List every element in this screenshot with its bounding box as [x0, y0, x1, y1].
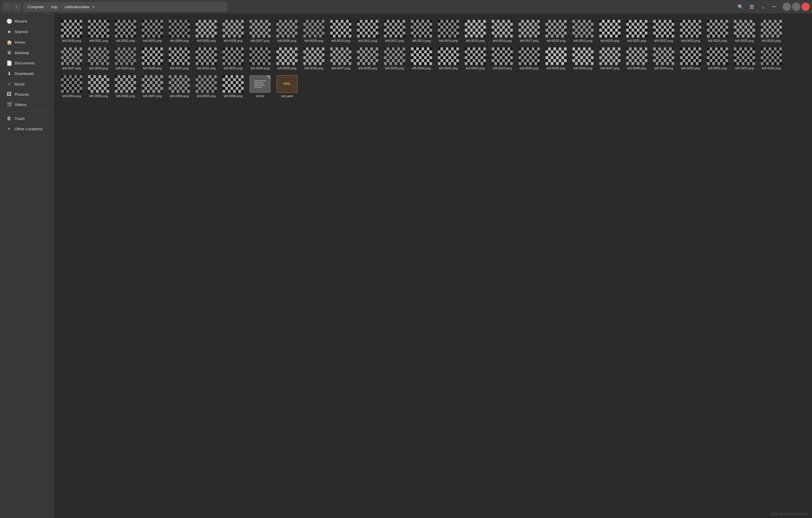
sidebar-item-desktop[interactable]: 🖥 Desktop [2, 48, 52, 58]
list-item[interactable]: left-0030.png [140, 46, 165, 72]
list-item[interactable]: left-0001.png [86, 18, 111, 45]
close-button[interactable]: ✕ [802, 3, 810, 11]
list-item[interactable]: left-0035.png [274, 46, 300, 72]
file-name: left-0008.png [278, 38, 296, 43]
list-item[interactable]: left-0025.png [731, 18, 757, 45]
sidebar-item-music[interactable]: ♪ Music [2, 79, 52, 89]
file-name: left-0018.png [547, 38, 566, 43]
list-item[interactable]: left-0009.png [301, 18, 327, 45]
file-name: left-0060.png [224, 94, 242, 98]
list-item[interactable]: left-0027.png [59, 46, 85, 72]
list-item[interactable]: left-0046.png [570, 46, 596, 72]
sidebar-item-videos[interactable]: 🎬 Videos [2, 100, 52, 110]
file-thumbnail [384, 47, 405, 65]
sidebar-item-starred[interactable]: ★ Starred [2, 27, 52, 37]
sidebar-item-downloads[interactable]: ⬇ Downloads [2, 69, 52, 79]
list-item[interactable]: left-0037.png [328, 46, 354, 72]
list-view-button[interactable] [747, 2, 756, 11]
list-item[interactable]: left-0052.png [731, 46, 757, 72]
list-item[interactable]: left-0023.png [678, 18, 703, 45]
list-item[interactable]: left-0003.png [140, 18, 165, 45]
sidebar-item-pictures[interactable]: 🖼 Pictures [2, 89, 52, 99]
list-item[interactable]: left-0012.png [382, 18, 407, 45]
file-name: left-0056.png [116, 94, 135, 98]
breadcrumb-computer[interactable]: Computer [26, 4, 46, 10]
list-item[interactable]: left-0057.png [140, 74, 165, 100]
file-thumbnail [277, 20, 297, 37]
list-item[interactable]: left-0004.png [167, 18, 192, 45]
list-item[interactable]: left-0018.png [543, 18, 569, 45]
list-item[interactable]: left-0006.png [220, 18, 246, 45]
list-item[interactable]: left-0020.png [597, 18, 623, 45]
sidebar-item-documents[interactable]: 📄 Documents [2, 58, 52, 68]
sidebar-item-other-locations[interactable]: + Other Locations [2, 124, 52, 134]
list-item[interactable]: left-0053.png [758, 46, 784, 72]
list-item[interactable]: left-0017.png [516, 18, 542, 45]
list-item[interactable]: left-0039.png [382, 46, 407, 72]
list-item[interactable]: left-0029.png [113, 46, 138, 72]
list-item[interactable]: left-0044.png [516, 46, 542, 72]
list-item[interactable]: left-0058.png [167, 74, 192, 100]
list-item[interactable]: left-0031.png [167, 46, 192, 72]
sidebar-item-home[interactable]: 🏠 Home [2, 37, 52, 47]
list-item[interactable]: left-0011.png [355, 18, 381, 45]
back-button[interactable]: ‹ [2, 2, 11, 11]
list-item[interactable]: left-0042.png [462, 46, 488, 72]
file-content[interactable]: left-0000.png left-0001.png left-0002.pn… [54, 13, 812, 518]
list-item[interactable]: left-0036.png [301, 46, 327, 72]
file-name: left-0039.png [385, 66, 404, 70]
list-item[interactable]: left-0005.png [193, 18, 219, 45]
list-item[interactable]: left-0060.png [220, 74, 246, 100]
list-item[interactable]: left-0032.png [193, 46, 219, 72]
sort-button[interactable]: ⌄ [758, 2, 767, 11]
minimize-button[interactable]: − [783, 3, 791, 11]
list-item[interactable]: left-0016.png [489, 18, 515, 45]
breadcrumb-tmp[interactable]: tmp [50, 4, 59, 10]
list-item[interactable]: left-0028.png [86, 46, 111, 72]
list-item[interactable]: left-0050.png [678, 46, 703, 72]
list-item[interactable]: left-0024.png [705, 18, 730, 45]
sidebar-item-recent[interactable]: 🕐 Recent [2, 16, 52, 26]
list-item[interactable]: left-0051.png [705, 46, 730, 72]
list-item[interactable]: left-0040.png [409, 46, 434, 72]
search-button[interactable]: 🔍 [736, 2, 745, 11]
list-item[interactable]: left-0055.png [86, 74, 111, 100]
list-item[interactable]: left-0038.png [355, 46, 381, 72]
list-item[interactable]: left-0026.png [758, 18, 784, 45]
list-item[interactable]: left-0048.png [624, 46, 650, 72]
list-item[interactable]: left-0049.png [651, 46, 676, 72]
svg-rect-2 [750, 8, 754, 8]
list-item[interactable]: ost.txt [247, 74, 273, 100]
list-item[interactable]: left-0015.png [462, 18, 488, 45]
list-item[interactable]: left-0034.png [247, 46, 273, 72]
list-item[interactable]: left-0008.png [274, 18, 300, 45]
file-name: left-0013.png [412, 38, 431, 43]
list-item[interactable]: left-0059.png [193, 74, 219, 100]
list-item[interactable]: left-0000.png [59, 18, 85, 45]
maximize-button[interactable]: □ [792, 3, 800, 11]
list-item[interactable]: left-0010.png [328, 18, 354, 45]
list-item[interactable]: left-0047.png [597, 46, 623, 72]
list-item[interactable]: left-0043.png [489, 46, 515, 72]
list-item[interactable]: left-0007.png [247, 18, 273, 45]
list-item[interactable]: left-0014.png [436, 18, 461, 45]
list-item[interactable]: left-0054.png [59, 74, 85, 100]
list-item[interactable]: left-0013.png [409, 18, 434, 45]
svg-point-5 [775, 6, 776, 7]
breadcrumb-dropdown-icon[interactable]: ▾ [93, 5, 94, 9]
list-item[interactable]: left-0022.png [651, 18, 676, 45]
list-item[interactable]: left-0045.png [543, 46, 569, 72]
list-item[interactable]: left-0041.png [436, 46, 461, 72]
menu-button[interactable] [769, 2, 779, 11]
list-item[interactable]: left-0056.png [113, 74, 138, 100]
list-item[interactable]: left-0019.png [570, 18, 596, 45]
list-item[interactable]: left-0033.png [220, 46, 246, 72]
sidebar-item-trash[interactable]: 🗑 Trash [2, 113, 52, 124]
file-name: left-0038.png [358, 66, 377, 70]
list-item[interactable]: left-0002.png [113, 18, 138, 45]
file-thumbnail [438, 20, 459, 37]
forward-button[interactable]: › [12, 2, 21, 11]
breadcrumb-calibrationdata[interactable]: calibrationdata [63, 4, 91, 10]
list-item[interactable]: left-0021.png [624, 18, 650, 45]
list-item[interactable]: YAML ost.yaml [274, 74, 300, 100]
